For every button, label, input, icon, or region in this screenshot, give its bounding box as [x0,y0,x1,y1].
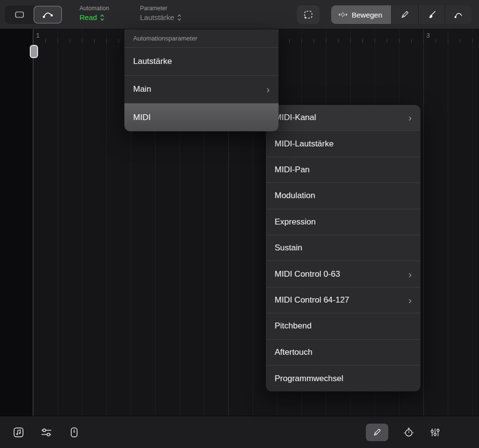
menu-item-label: Lautstärke [133,57,172,66]
automation-mode-value: Read [80,13,97,21]
edit-pencil-button[interactable] [366,424,388,441]
chevron-up-down-icon [100,14,104,21]
chevron-up-down-icon [177,14,181,21]
pencil-icon [400,10,410,20]
parameter-selector[interactable]: Lautstärke [140,13,181,21]
submenu-item-midi-control-0-63[interactable]: MIDI Control 0-63 › [266,261,420,287]
midi-submenu: MIDI-Kanal › MIDI-Lautstärke MIDI-Pan Mo… [266,105,420,391]
ruler-marker-3: 3 [426,32,430,39]
chevron-right-icon: › [408,295,412,305]
bottom-left-group [12,426,80,439]
submenu-item-modulation[interactable]: Modulation [266,183,420,209]
submenu-item-midi-pan[interactable]: MIDI-Pan [266,157,420,183]
menu-item-lautstaerke[interactable]: Lautstärke [124,48,279,76]
automation-curve-icon [42,9,54,20]
submenu-item-programmwechsel[interactable]: Programmwechsel [266,366,420,391]
submenu-item-sustain[interactable]: Sustain [266,235,420,261]
submenu-item-midi-kanal[interactable]: MIDI-Kanal › [266,105,420,131]
parameter-label: Parameter [140,5,181,12]
timer-icon [403,427,415,438]
menu-item-label: MIDI [133,113,151,122]
curve-node-icon [454,10,463,20]
brush-tool-button[interactable] [418,5,445,24]
submenu-item-label: MIDI-Pan [275,165,310,175]
automation-mode-field: Automation Read [80,5,109,21]
faders-icon [429,427,441,438]
marquee-select-button[interactable] [297,5,319,24]
sliders-horizontal-icon [40,426,53,439]
pencil-icon [372,428,382,437]
move-tool-button[interactable]: Bewegen [331,5,391,24]
bar-line [33,29,34,416]
automation-view-button[interactable] [34,6,61,23]
top-toolbar: Automation Read Parameter Lautstärke [0,0,479,29]
move-icon [338,10,348,20]
track-gutter [0,29,33,416]
menu-item-midi[interactable]: MIDI [124,103,279,131]
automation-value-handle[interactable] [30,45,38,58]
plug-icon [68,426,80,439]
submenu-item-aftertouch[interactable]: Aftertouch [266,340,420,366]
pencil-tool-button[interactable] [391,5,418,24]
automation-parameter-menu: Automationsparameter Lautstärke Main › M… [124,29,279,131]
parameter-value: Lautstärke [140,13,174,21]
submenu-item-pitchbend[interactable]: Pitchbend [266,313,420,339]
marquee-select-icon [302,9,314,20]
menu-item-main[interactable]: Main › [124,76,279,103]
mixer-button[interactable] [429,427,441,438]
curve-tool-button[interactable] [445,5,472,24]
submenu-item-label: Modulation [275,191,315,201]
submenu-item-midi-lautstaerke[interactable]: MIDI-Lautstärke [266,131,420,157]
submenu-item-label: Aftertouch [275,347,313,357]
submenu-item-label: MIDI Control 64-127 [275,295,349,305]
submenu-item-label: Sustain [275,243,302,253]
menu-header: Automationsparameter [124,29,279,48]
bottom-toolbar [0,416,479,448]
submenu-item-label: Programmwechsel [275,374,343,384]
chevron-right-icon: › [408,269,412,279]
chevron-right-icon: › [266,84,270,94]
bottom-right-group [366,424,441,441]
submenu-item-label: Expression [275,217,316,227]
submenu-item-expression[interactable]: Expression [266,209,420,235]
submenu-item-label: MIDI Control 0-63 [275,269,340,279]
menu-item-label: Main [133,84,151,94]
chevron-right-icon: › [408,113,412,122]
regions-view-button[interactable] [6,6,33,23]
controls-panel-button[interactable] [40,426,53,439]
plugins-panel-button[interactable] [68,426,80,439]
automation-mode-selector[interactable]: Read [80,13,109,21]
bar-line [423,29,424,416]
parameter-field: Parameter Lautstärke [140,5,181,21]
submenu-item-midi-control-64-127[interactable]: MIDI Control 64-127 › [266,287,420,313]
automation-label: Automation [80,5,109,12]
ruler-marker-1: 1 [36,32,40,39]
time-display-button[interactable] [403,427,415,438]
region-note-icon [12,426,25,439]
move-tool-label: Bewegen [352,11,382,19]
view-mode-toggle [5,5,62,24]
edit-tools-group: Bewegen [331,5,472,24]
submenu-item-label: MIDI-Kanal [275,113,316,122]
submenu-item-label: Pitchbend [275,321,312,331]
brush-icon [427,10,437,20]
regions-panel-button[interactable] [12,426,25,439]
region-frame-icon [14,9,25,20]
submenu-item-label: MIDI-Lautstärke [275,139,334,149]
